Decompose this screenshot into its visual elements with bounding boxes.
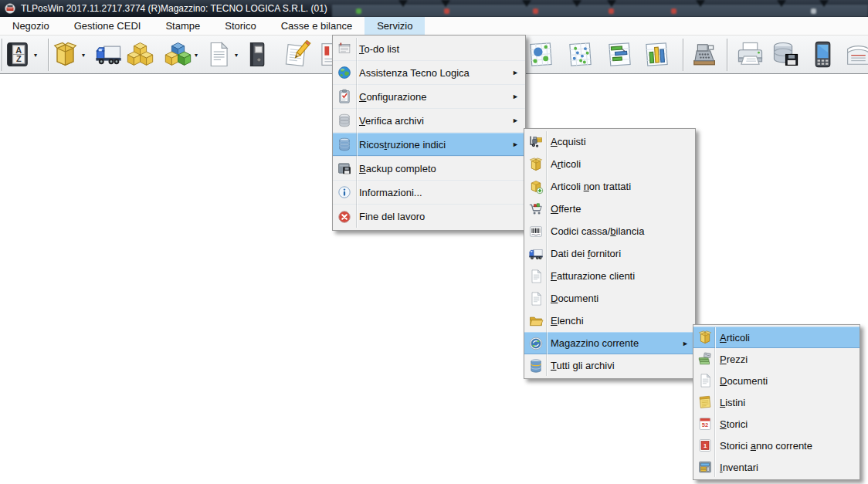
menu-item-storici[interactable]: 52Storici xyxy=(693,413,860,435)
menu-item-offerte[interactable]: Offerte xyxy=(524,198,695,220)
menu-item-label: Listini xyxy=(720,397,745,408)
cubes-color-icon xyxy=(164,40,192,72)
menu-item-label: Offerte xyxy=(551,203,581,215)
toolbar-printer-button[interactable] xyxy=(736,40,765,71)
toolbar-cash-register-button[interactable] xyxy=(690,40,718,71)
binder-icon xyxy=(242,40,271,72)
menu-item-documenti[interactable]: Documenti xyxy=(524,287,695,310)
background-browser-tabs xyxy=(332,0,868,17)
toolbar-separator xyxy=(683,39,683,71)
dropdown-arrow-icon[interactable]: ▾ xyxy=(195,40,198,71)
dropdown-arrow-icon[interactable]: ▾ xyxy=(34,40,37,71)
menubar-item-stampe[interactable]: Stampe xyxy=(153,17,212,35)
document-icon xyxy=(528,291,544,306)
menu-item-listini[interactable]: Listini xyxy=(693,391,860,413)
toolbar-delivery-truck-button[interactable] xyxy=(94,40,123,71)
toolbar-package-box-button[interactable]: ▾ xyxy=(51,40,85,71)
menubar-item-servizio[interactable]: Servizio xyxy=(364,17,425,35)
database-gray-icon xyxy=(337,113,352,128)
package-box-icon xyxy=(51,40,80,72)
toolbar-separator xyxy=(48,39,49,71)
menu-item-verifica-archivi[interactable]: Verifica archivi► xyxy=(333,109,525,133)
clipboard-check-icon xyxy=(337,89,352,104)
menu-item-ricostruzione-indici[interactable]: Ricostruzione indici► xyxy=(333,133,525,157)
menu-item-label: Acquisti xyxy=(551,136,586,147)
menu-item-inventari[interactable]: Inventari xyxy=(693,456,860,478)
menu-item-articoli[interactable]: Articoli xyxy=(524,153,695,175)
menu-item-label: Fine del lavoro xyxy=(359,211,425,222)
titlebar: TLPosWin 2017.11.2717.3774 (R) Magazzino… xyxy=(0,0,868,17)
menu-item-prezzi[interactable]: Prezzi xyxy=(693,348,860,370)
menu-item-label: Elenchi xyxy=(551,315,584,327)
menu-item-label: Tutti gli archivi xyxy=(551,360,615,371)
menu-item-label: Articoli non trattati xyxy=(551,181,631,192)
toolbar-card-file-button[interactable] xyxy=(844,40,868,71)
menubar-item-storico[interactable]: Storico xyxy=(212,17,268,35)
menu-item-articoli-non-trattati[interactable]: Articoli non trattati xyxy=(524,175,695,198)
calendar-1-icon: 1 xyxy=(697,438,713,453)
globe-icon xyxy=(337,65,352,80)
menu-item-backup-completo[interactable]: Backup completo xyxy=(333,157,525,181)
toolbar-chart-gantt-button[interactable] xyxy=(605,40,634,71)
toolbar-separator xyxy=(727,39,727,71)
menu-item-label: Storici xyxy=(720,418,748,430)
menu-item-codici-cassa-bilancia[interactable]: Codici cassa/bilancia xyxy=(524,220,695,242)
menu-item-acquisti[interactable]: Acquisti xyxy=(524,130,695,153)
price-stack-icon xyxy=(697,351,713,367)
chart-bubble-icon xyxy=(527,40,555,72)
menu-item-articoli[interactable]: Articoli xyxy=(693,327,860,348)
inventory-register-icon xyxy=(697,459,713,475)
menu-item-label: Magazzino corrente xyxy=(551,337,639,349)
menu-item-label: Documenti xyxy=(720,375,768,387)
toolbar-binder-button[interactable] xyxy=(242,40,271,71)
dropdown-arrow-icon[interactable]: ▾ xyxy=(82,40,85,71)
submenu-arrow-icon: ► xyxy=(512,93,519,100)
menubar-item-label: Storico xyxy=(225,20,256,32)
toolbar-document-button[interactable]: ▾ xyxy=(204,40,238,71)
menu-icon-column-divider xyxy=(356,38,357,228)
menubar-item-gestione-cedi[interactable]: Gestione CEDI xyxy=(62,17,154,35)
toolbar-cubes-yellow-button[interactable] xyxy=(126,40,154,71)
delivery-truck-icon xyxy=(528,246,544,262)
toolbar-az-book-button[interactable]: AZ▾ xyxy=(3,40,37,71)
toolbar-chart-scatter-button[interactable] xyxy=(566,40,595,71)
menu-item-elenchi[interactable]: Elenchi xyxy=(524,310,695,332)
menu-item-informazioni[interactable]: Informazioni... xyxy=(333,181,525,205)
menu-item-documenti[interactable]: Documenti xyxy=(693,370,860,391)
servizio-dropdown-menu: To-do listAssistenza Tecno Logica►Config… xyxy=(332,35,526,231)
menu-item-to-do-list[interactable]: To-do list xyxy=(333,37,525,61)
forklift-icon xyxy=(528,134,544,150)
toolbar-database-backup-button[interactable] xyxy=(771,40,800,71)
svg-text:1: 1 xyxy=(704,442,707,449)
menubar-item-label: Stampe xyxy=(165,20,200,32)
menu-item-magazzino-corrente[interactable]: Magazzino corrente► xyxy=(524,332,695,354)
menu-item-assistenza-tecno-logica[interactable]: Assistenza Tecno Logica► xyxy=(333,61,525,85)
menu-item-fine-del-lavoro[interactable]: Fine del lavoro xyxy=(333,205,525,228)
sync-globe-icon xyxy=(528,336,544,351)
menubar-item-negozio[interactable]: Negozio xyxy=(0,17,62,35)
menu-item-label: Articoli xyxy=(551,158,581,170)
toolbar-chart-bar-button[interactable] xyxy=(643,40,671,71)
menubar-item-label: Servizio xyxy=(377,20,412,32)
menu-item-storici-anno-corrente[interactable]: 1Storici anno corrente xyxy=(693,435,860,456)
toolbar-chart-bubble-button[interactable] xyxy=(527,40,555,71)
info-bubble-icon xyxy=(337,184,352,200)
chart-bar-icon xyxy=(643,40,671,72)
menu-item-dati-dei-fornitori[interactable]: Dati dei fornitori xyxy=(524,242,695,265)
menubar-item-label: Negozio xyxy=(12,20,49,32)
shopping-cart-icon xyxy=(528,201,544,217)
delivery-truck-icon xyxy=(94,40,123,72)
menubar-item-casse-e-bilance[interactable]: Casse e bilance xyxy=(269,17,365,35)
document-icon xyxy=(528,269,544,284)
toolbar-pda-button[interactable] xyxy=(809,40,837,71)
menu-item-fatturazione-clienti[interactable]: Fatturazione clienti xyxy=(524,265,695,287)
toolbar-notepad-pencil-button[interactable] xyxy=(283,40,311,71)
ricostruzione-indici-submenu: AcquistiArticoliArticoli non trattatiOff… xyxy=(524,128,696,379)
menu-item-tutti-gli-archivi[interactable]: Tutti gli archivi xyxy=(524,354,695,377)
dropdown-arrow-icon[interactable]: ▾ xyxy=(235,40,238,71)
toolbar-cubes-color-button[interactable]: ▾ xyxy=(164,40,198,71)
barcode-icon xyxy=(528,224,544,239)
menu-item-configurazione[interactable]: Configurazione► xyxy=(333,85,525,109)
menu-icon-column-divider xyxy=(546,131,547,376)
package-box-icon xyxy=(697,330,713,345)
